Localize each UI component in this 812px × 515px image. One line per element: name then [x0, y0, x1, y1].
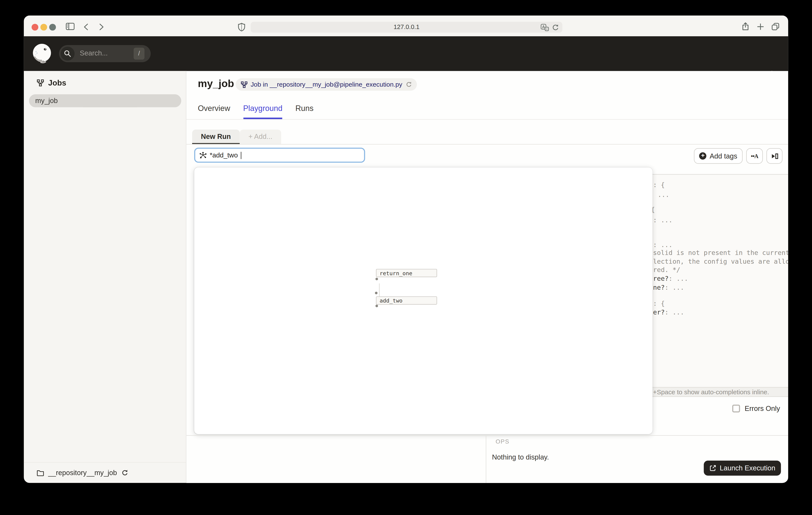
left-sidebar: Jobs my_job __repository__my_job	[24, 71, 186, 483]
svg-text:x: x	[546, 27, 548, 30]
tab-overview-icon[interactable]	[772, 23, 779, 30]
privacy-shield-icon	[238, 23, 245, 32]
launch-execution-button[interactable]: Launch Execution	[704, 461, 781, 476]
main-content: my_job Job in __repository__my_job@pipel…	[186, 71, 788, 483]
url-text: 127.0.0.1	[394, 23, 419, 30]
jobs-section-header: Jobs	[37, 78, 66, 87]
dag-canvas[interactable]: return_oneadd_two	[194, 167, 652, 434]
config-editor-line: ree?: ...	[653, 275, 688, 283]
forward-button[interactable]	[99, 23, 104, 30]
bottom-panel-divider	[186, 435, 788, 436]
dag-op-node[interactable]: return_one	[376, 269, 437, 277]
page-tabs: OverviewPlaygroundRuns	[198, 104, 314, 119]
page-tab[interactable]: Overview	[198, 104, 230, 119]
search-icon	[61, 47, 75, 61]
translate-icon[interactable]: A x	[541, 24, 549, 31]
op-selector-icon	[199, 152, 207, 159]
dag-op-node[interactable]: add_two	[376, 296, 437, 305]
search-shortcut-badge: /	[134, 48, 145, 59]
config-editor-line: ...	[658, 191, 669, 199]
output-port[interactable]	[376, 305, 378, 307]
browser-chrome: 127.0.0.1 A x	[24, 16, 788, 36]
config-editor-line: lection, the config values are allowed	[653, 258, 788, 266]
op-selector-value: *add_two	[210, 151, 238, 159]
ops-section-heading: OPS	[496, 438, 510, 444]
sidebar-toggle-icon[interactable]	[66, 23, 75, 30]
browser-window: 127.0.0.1 A x	[24, 16, 788, 483]
errors-only-label: Errors Only	[745, 405, 780, 412]
session-tabs: New Run+ Add...	[192, 130, 281, 144]
job-graph-icon	[37, 79, 44, 86]
zoom-window-button[interactable]	[49, 24, 56, 30]
autocomplete-toggle-button[interactable]: ••A	[746, 148, 763, 164]
minimize-window-button[interactable]	[40, 24, 47, 30]
folder-icon	[37, 469, 44, 476]
sidebar-item-job[interactable]: my_job	[29, 94, 181, 107]
input-port[interactable]	[375, 292, 377, 294]
config-editor-line: ne?: ...	[653, 283, 684, 292]
page-title: my_job	[198, 78, 234, 90]
job-origin-text: Job in __repository__my_job@pipeline_exe…	[251, 81, 402, 88]
session-tab[interactable]: New Run	[192, 130, 240, 144]
page-tab[interactable]: Runs	[295, 104, 314, 119]
bottom-panel-vertical-divider	[486, 435, 486, 483]
page-tab[interactable]: Playground	[243, 104, 282, 119]
repository-footer[interactable]: __repository__my_job	[24, 462, 186, 483]
new-tab-icon[interactable]	[757, 23, 764, 30]
reload-repository-icon[interactable]	[121, 469, 128, 476]
play-panel-icon	[771, 153, 778, 159]
repository-name: __repository__my_job	[48, 469, 117, 477]
add-tags-button[interactable]: + Add tags	[694, 148, 743, 164]
job-origin-badge: Job in __repository__my_job@pipeline_exe…	[236, 78, 417, 91]
screen: 127.0.0.1 A x	[0, 0, 812, 515]
session-tab[interactable]: + Add...	[240, 130, 281, 144]
job-graph-icon	[241, 81, 248, 88]
text-cursor	[241, 152, 241, 159]
config-editor-line: : {	[653, 181, 665, 190]
svg-text:A: A	[542, 25, 545, 29]
reload-icon[interactable]	[551, 24, 559, 31]
launch-execution-label: Launch Execution	[720, 464, 775, 472]
session-tabs-divider	[186, 144, 788, 144]
close-window-button[interactable]	[31, 24, 38, 30]
back-button[interactable]	[83, 23, 88, 30]
search-placeholder: Search...	[80, 49, 108, 57]
ops-empty-message: Nothing to display.	[492, 453, 549, 461]
plus-circle-icon: +	[699, 152, 706, 160]
add-tags-label: Add tags	[709, 152, 737, 160]
config-editor-line: : ...	[653, 241, 672, 250]
config-editor-line: : ...	[653, 216, 672, 225]
config-editor-line: solid is not present in the current	[653, 249, 788, 258]
config-editor-line: : {	[653, 300, 665, 308]
op-selector-input[interactable]: *add_two	[194, 147, 365, 163]
launch-icon	[709, 465, 716, 471]
address-bar[interactable]: 127.0.0.1 A x	[251, 22, 562, 33]
app-header: Search... / RunsAssetsStatusWorkspace ⚙	[24, 36, 788, 71]
dag-edge	[379, 283, 380, 296]
tabs-divider	[186, 119, 788, 120]
reload-job-icon[interactable]	[405, 81, 411, 87]
errors-only-control: Errors Only	[732, 405, 780, 412]
config-editor-line: er?: ...	[653, 308, 684, 317]
errors-only-checkbox[interactable]	[732, 405, 740, 412]
share-icon[interactable]	[742, 22, 749, 30]
dagster-logo[interactable]	[32, 44, 53, 64]
config-editor-line: red. */	[653, 266, 680, 275]
panel-toggle-button[interactable]	[766, 148, 782, 164]
jobs-section-title: Jobs	[48, 78, 66, 87]
output-port[interactable]	[376, 278, 378, 280]
global-search[interactable]: Search... /	[59, 45, 151, 62]
autocomplete-icon: ••A	[751, 153, 758, 159]
